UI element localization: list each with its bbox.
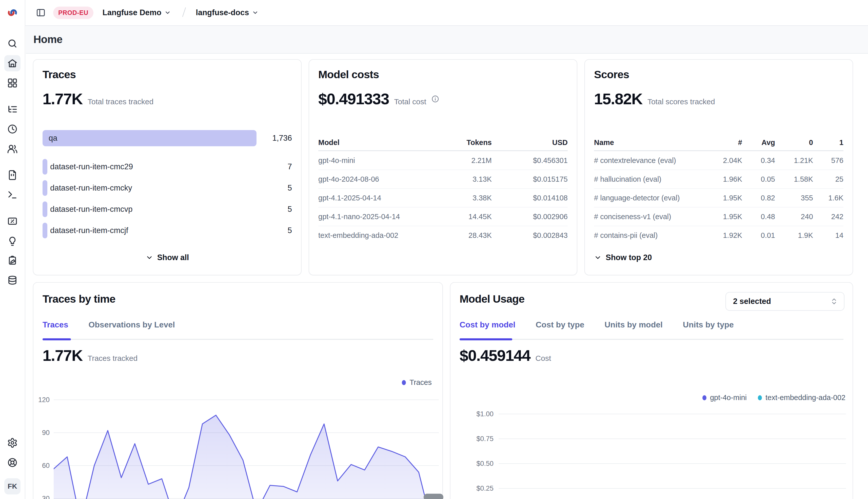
topbar: PROD-EU Langfuse Demo langfuse-docs — [25, 0, 868, 26]
traces-by-time-card: Traces by time Traces Observations by Le… — [33, 282, 443, 499]
tab-traces[interactable]: Traces — [39, 320, 71, 329]
playground-terminal-icon — [7, 190, 18, 200]
org-switcher[interactable]: Langfuse Demo — [103, 8, 171, 17]
sidebar-bottom: FK — [4, 435, 21, 499]
tab-units-by-model[interactable]: Units by model — [602, 320, 666, 329]
cost-metric-label: Cost — [536, 354, 551, 363]
model-select[interactable]: 2 selected — [725, 292, 844, 311]
support-lifebuoy-icon — [7, 457, 18, 468]
avatar[interactable]: FK — [4, 478, 21, 495]
card-title: Model costs — [318, 68, 568, 81]
sidebar-item-tracing[interactable] — [4, 101, 21, 118]
sidebar-nav — [4, 35, 21, 289]
scores-total: 15.82K — [594, 90, 642, 108]
show-top-20-button[interactable]: Show top 20 — [594, 253, 652, 262]
chart-legend: gpt-4o-mini text-embedding-ada-002 — [702, 393, 845, 402]
page-header: Home — [26, 26, 868, 54]
y-tick: 120 — [33, 396, 50, 404]
bar-count: 7 — [257, 159, 292, 174]
sidebar-item-datasets[interactable] — [4, 272, 21, 289]
bar-row: dataset-run-item-cmcjf 5 — [43, 223, 292, 239]
settings-button[interactable] — [4, 435, 21, 451]
sidebar: FK — [0, 0, 25, 499]
traces-card: Traces 1.77K Total traces tracked qa 1,7… — [33, 59, 301, 275]
tab-observations-by-level[interactable]: Observations by Level — [85, 320, 178, 329]
org-name: Langfuse Demo — [103, 8, 162, 17]
table-row: gpt-4.1-nano-2025-04-14 14.45K $0.002906 — [318, 207, 568, 226]
table-header: Model Tokens USD — [318, 135, 568, 151]
active-tab-indicator — [460, 338, 512, 340]
breadcrumb-slash — [179, 7, 189, 19]
tab-units-by-type[interactable]: Units by type — [680, 320, 737, 329]
trace-tree-icon — [7, 104, 18, 114]
langfuse-logo-icon[interactable] — [7, 7, 18, 19]
sidebar-item-search[interactable] — [4, 35, 21, 52]
table-row: gpt-4o-mini 2.21M $0.456301 — [318, 151, 568, 170]
support-button[interactable] — [4, 454, 21, 471]
sidebar-item-dashboards[interactable] — [4, 75, 21, 91]
table-row: gpt-4.1-2025-04-14 3.38K $0.014108 — [318, 188, 568, 207]
total-cost-label: Total cost — [394, 97, 426, 106]
annotation-lightbulb-icon — [7, 235, 18, 246]
y-tick: $0.25 — [455, 485, 494, 492]
sidebar-item-sessions[interactable] — [4, 121, 21, 137]
settings-gear-icon — [7, 438, 18, 448]
sidebar-item-playground[interactable] — [4, 187, 21, 203]
bar-label: dataset-run-item-cmcky — [50, 183, 132, 193]
sidebar-item-annotation[interactable] — [4, 253, 21, 269]
bar-label: qa — [49, 134, 57, 143]
evaluation-percent-icon — [7, 216, 18, 227]
table-row: text-embedding-ada-002 28.43K $0.002843 — [318, 226, 568, 244]
chart-legend: Traces — [402, 378, 432, 387]
legend-dot — [758, 395, 762, 400]
sidebar-item-evaluation[interactable] — [4, 213, 21, 229]
tab-track — [460, 339, 843, 340]
table-row: gpt-4o-2024-08-06 3.13K $0.015175 — [318, 170, 568, 188]
table-row: # contextrelevance (eval) 2.04K 0.34 1.2… — [594, 151, 843, 170]
card-title: Model Usage — [460, 293, 524, 305]
chevron-down-icon — [594, 254, 602, 261]
y-tick: $0.50 — [455, 460, 494, 467]
chevrons-up-down-icon — [830, 297, 838, 305]
project-switcher[interactable]: langfuse-docs — [196, 8, 259, 17]
info-icon[interactable] — [431, 95, 439, 103]
y-tick: 30 — [33, 495, 50, 499]
sidebar-item-judge[interactable] — [4, 233, 21, 249]
environment-badge: PROD-EU — [53, 7, 93, 19]
active-tab-indicator — [43, 338, 71, 340]
home-icon — [7, 58, 18, 69]
tab-cost-by-model[interactable]: Cost by model — [456, 320, 518, 329]
table-header: Name # Avg 0 1 — [594, 135, 843, 151]
traces-tracked-label: Traces tracked — [87, 354, 138, 363]
model-usage-card: Model Usage 2 selected Cost by model Cos… — [450, 282, 853, 499]
bar-count: 1,736 — [257, 130, 292, 146]
bar-row: dataset-run-item-cmcky 5 — [43, 180, 292, 196]
sidebar-item-prompts[interactable] — [4, 167, 21, 183]
bar — [43, 159, 47, 174]
traces-bar-list: qa 1,736 dataset-run-item-cmc29 7 — [43, 130, 292, 244]
bar-row: qa 1,736 — [43, 130, 292, 146]
sidebar-item-home[interactable] — [4, 55, 21, 71]
y-tick: $1.00 — [455, 410, 494, 418]
sidebar-item-users[interactable] — [4, 141, 21, 157]
traces-by-time-tabs: Traces Observations by Level — [39, 320, 178, 329]
sidebar-toggle-button[interactable] — [36, 8, 46, 17]
users-icon — [7, 144, 18, 154]
bar-count: 5 — [257, 180, 292, 196]
legend-dot — [402, 380, 406, 385]
tab-cost-by-type[interactable]: Cost by type — [533, 320, 587, 329]
search-icon — [7, 38, 18, 49]
bar-label: dataset-run-item-cmcjf — [50, 226, 128, 235]
card-title: Traces by time — [43, 293, 116, 305]
show-all-button[interactable]: Show all — [146, 253, 189, 262]
bar-row: dataset-run-item-cmcvp 5 — [43, 202, 292, 217]
legend-item: text-embedding-ada-002 — [758, 393, 845, 402]
legend-item: gpt-4o-mini — [702, 393, 747, 402]
chevron-down-icon — [146, 254, 153, 261]
traces-total-label: Total traces tracked — [87, 97, 153, 106]
y-tick: 60 — [33, 462, 50, 470]
bar — [43, 202, 47, 217]
bar-label: dataset-run-item-cmc29 — [50, 162, 133, 171]
scrollbar-thumb[interactable] — [424, 494, 443, 499]
model-costs-card: Model costs $0.491333 Total cost Model T… — [309, 59, 577, 275]
